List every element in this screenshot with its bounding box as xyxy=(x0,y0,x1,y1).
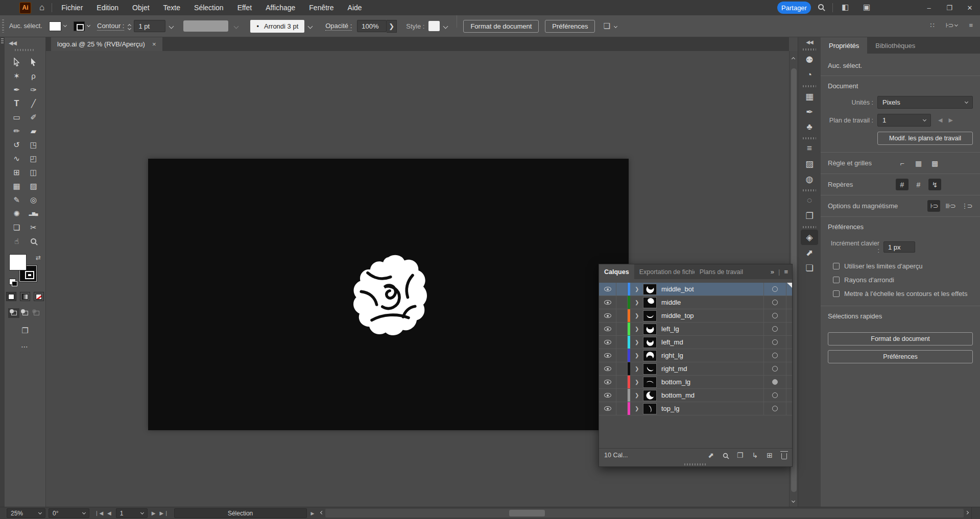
target-column[interactable] xyxy=(763,323,786,335)
menu-selection[interactable]: Sélection xyxy=(194,4,224,12)
snap-options-icon[interactable]: ⊦⊃ xyxy=(946,21,958,29)
checkbox[interactable] xyxy=(833,263,840,269)
layer-name[interactable]: right_lg xyxy=(661,352,763,359)
brushes-panel-icon[interactable]: ✒ xyxy=(798,104,821,119)
layer-row[interactable]: ❯ left_md xyxy=(599,336,792,349)
hand-tool[interactable]: ☝ xyxy=(8,234,25,248)
make-clipping-mask-icon[interactable]: ❐ xyxy=(737,451,744,459)
layer-thumbnail[interactable] xyxy=(643,337,657,348)
rotation-dropdown[interactable]: 0° xyxy=(49,508,89,518)
layer-row[interactable]: ❯ middle_bot xyxy=(599,283,792,296)
gradient-button[interactable] xyxy=(20,292,30,301)
perspective-grid-tool[interactable]: ◫ xyxy=(25,165,42,179)
target-icon[interactable] xyxy=(772,286,778,292)
target-icon[interactable] xyxy=(772,392,778,398)
gradient-panel-icon[interactable]: ▨ xyxy=(798,156,821,171)
lock-toggle[interactable] xyxy=(616,336,628,349)
eyedropper-tool[interactable]: ✎ xyxy=(8,193,25,207)
blend-tool[interactable]: ◎ xyxy=(25,193,42,207)
document-tab[interactable]: logo.ai @ 25 % (RVB/Aperçu) × xyxy=(51,37,162,51)
target-icon[interactable] xyxy=(772,313,778,318)
transparency-panel-icon[interactable]: ◍ xyxy=(798,171,821,187)
curvature-tool[interactable]: ✑ xyxy=(25,83,42,96)
tab-calques[interactable]: Calques xyxy=(599,264,634,279)
scroll-up-icon[interactable] xyxy=(792,54,795,62)
close-tab-icon[interactable]: × xyxy=(152,40,156,48)
expand-layer-icon[interactable]: ❯ xyxy=(635,353,643,358)
target-column[interactable] xyxy=(763,296,786,309)
expand-layer-icon[interactable]: ❯ xyxy=(635,406,643,411)
type-tool[interactable]: T xyxy=(8,96,25,110)
menu-fichier[interactable]: Fichier xyxy=(61,4,83,12)
checkbox[interactable] xyxy=(833,290,840,297)
artboard-select[interactable]: 1 xyxy=(877,114,931,127)
none-button[interactable] xyxy=(34,292,44,301)
target-column[interactable] xyxy=(763,309,786,322)
symbol-sprayer-tool[interactable]: ✺ xyxy=(8,207,25,220)
shape-builder-tool[interactable]: ⊞ xyxy=(8,165,25,179)
lock-toggle[interactable] xyxy=(616,389,628,402)
home-icon[interactable]: ⌂ xyxy=(39,3,44,13)
next-artboard-icon[interactable]: ▶ xyxy=(152,510,156,516)
lock-toggle[interactable] xyxy=(616,323,628,335)
snap-to-pixel-icon[interactable]: ⋮⊃ xyxy=(960,200,973,212)
panel-menu-icon[interactable]: ≡ xyxy=(969,21,973,29)
layer-name[interactable]: middle_bot xyxy=(661,285,763,293)
target-icon[interactable] xyxy=(772,379,778,385)
layer-thumbnail[interactable] xyxy=(643,377,657,388)
expand-layer-icon[interactable]: ❯ xyxy=(635,326,643,332)
lock-toggle[interactable] xyxy=(616,376,628,388)
layer-name[interactable]: middle_top xyxy=(661,312,763,319)
expand-panels-icon[interactable]: ◀◀ xyxy=(798,37,821,46)
layer-thumbnail[interactable] xyxy=(643,284,657,295)
target-column[interactable] xyxy=(763,362,786,375)
lock-toggle[interactable] xyxy=(616,402,628,415)
target-column[interactable] xyxy=(763,389,786,402)
stepper-down-icon[interactable] xyxy=(128,26,131,30)
restore-button[interactable]: ❐ xyxy=(939,0,960,15)
tab-exportation[interactable]: Exportation de fichie xyxy=(634,264,695,279)
graphic-styles-panel-icon[interactable]: ❐ xyxy=(798,208,821,224)
draw-behind-mode[interactable] xyxy=(19,308,31,318)
tab-proprietes[interactable]: Propriétés xyxy=(821,37,867,54)
visibility-toggle[interactable] xyxy=(599,349,616,362)
show-guides-icon[interactable]: # xyxy=(896,179,909,190)
keyboard-increment-field[interactable]: 1 px xyxy=(883,241,915,253)
paintbrush-tool[interactable]: ✐ xyxy=(25,110,42,124)
fill-proxy[interactable] xyxy=(9,254,27,270)
edit-toolbar-icon[interactable]: ⋯ xyxy=(5,342,45,351)
arrange-documents-icon[interactable]: ◧ xyxy=(842,3,849,12)
stroke-weight-field[interactable]: 1 pt xyxy=(134,20,165,32)
color-guide-panel-icon[interactable]: ◔ xyxy=(798,67,821,83)
zoom-level-dropdown[interactable]: 25% xyxy=(7,508,45,518)
opacity-more-button[interactable]: ❯ xyxy=(387,20,397,33)
draw-normal-mode[interactable] xyxy=(8,308,19,318)
swap-fill-stroke-icon[interactable]: ⇄ xyxy=(36,254,41,261)
share-button[interactable]: Partager xyxy=(777,2,811,14)
scale-tool[interactable]: ◳ xyxy=(25,138,42,152)
layer-thumbnail[interactable] xyxy=(643,310,657,322)
collect-for-export-icon[interactable]: ⬈ xyxy=(708,451,714,459)
default-fill-stroke-icon[interactable] xyxy=(9,279,16,285)
visibility-toggle[interactable] xyxy=(599,376,616,388)
menu-fenetre[interactable]: Fenêtre xyxy=(309,4,333,12)
expand-layer-icon[interactable]: ❯ xyxy=(635,300,643,305)
appearance-panel-icon[interactable]: ◌ xyxy=(798,193,821,208)
layers-panel-icon[interactable]: ◈ xyxy=(801,230,818,245)
column-graph-tool[interactable]: ▂▆▄ xyxy=(25,207,42,220)
visibility-toggle[interactable] xyxy=(599,296,616,309)
shaper-tool[interactable]: ✏ xyxy=(8,124,25,138)
mesh-tool[interactable]: ▦ xyxy=(8,179,25,193)
layer-thumbnail[interactable] xyxy=(643,297,657,308)
transparency-grid-icon[interactable]: ▩ xyxy=(928,157,941,169)
quick-document-setup-button[interactable]: Format de document xyxy=(828,332,973,345)
layer-row[interactable]: ❯ left_lg xyxy=(599,323,792,336)
chevron-down-icon[interactable] xyxy=(614,24,617,28)
edit-artboards-button[interactable]: Modif. les plans de travail xyxy=(877,132,973,145)
panel-menu-icon[interactable]: ≡ xyxy=(784,268,788,276)
checkbox[interactable] xyxy=(833,277,840,283)
selection-column[interactable] xyxy=(786,362,792,375)
target-icon[interactable] xyxy=(772,300,778,305)
layer-row[interactable]: ❯ top_lg xyxy=(599,402,792,415)
last-artboard-icon[interactable]: ▶❘ xyxy=(159,510,169,516)
